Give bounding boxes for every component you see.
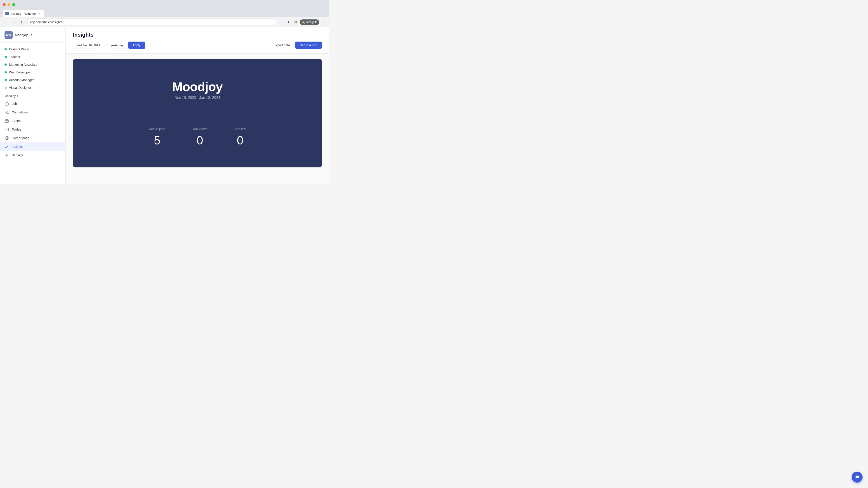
stats-row: Active jobs 5 Job views 0 Applied 0 — [82, 127, 313, 147]
reload-icon: ↻ — [21, 20, 24, 24]
job-label: Marketing Associate — [9, 63, 37, 66]
incognito-label: Incognito — [306, 21, 317, 24]
browser-chrome: I Insights - Homerun × + ← → ↻ app.homer… — [0, 0, 329, 27]
sidebar-item-settings[interactable]: Settings — [0, 151, 65, 160]
reload-btn[interactable]: ↻ — [19, 19, 25, 25]
toolbar: Wed Dec 20, 2023 - yesterday Apply Expor… — [73, 41, 322, 49]
svg-point-2 — [7, 111, 8, 112]
window-controls — [3, 3, 15, 6]
section-chevron-icon: ▾ — [17, 94, 19, 98]
stat-label-job-views: Job views — [192, 127, 207, 131]
sidebar-item-candidates[interactable]: Candidates — [0, 108, 65, 117]
svg-rect-4 — [5, 128, 8, 131]
job-item-web-developer[interactable]: Web Developer — [0, 68, 65, 76]
svg-rect-0 — [5, 103, 8, 105]
new-tab-btn[interactable]: + — [45, 11, 51, 17]
report-card: Moodjoy Dec 19, 2023 - Jan 18, 2024 Acti… — [73, 59, 322, 167]
url-bar[interactable]: app.homerun.co/insights — [27, 19, 276, 26]
split-btn[interactable]: ⊡ — [292, 19, 299, 25]
job-dot-active — [4, 71, 7, 73]
people-icon — [4, 110, 9, 115]
svg-point-6 — [6, 155, 7, 156]
action-buttons: Export data Share report — [271, 41, 322, 49]
stat-applied: Applied 0 — [235, 127, 246, 147]
globe-icon — [4, 136, 9, 140]
avatar: MM — [4, 31, 13, 39]
close-window-btn[interactable] — [3, 3, 6, 6]
tab-favicon-icon: I — [5, 12, 9, 15]
sidebar-header[interactable]: MM Moodjoy ▾ — [0, 27, 65, 43]
job-label: Content Writer — [9, 47, 29, 51]
gear-icon — [4, 153, 9, 158]
nav-item-label: Events — [12, 119, 22, 123]
stat-value-job-views: 0 — [192, 133, 207, 147]
chart-icon — [4, 144, 9, 149]
sidebar-item-insights[interactable]: Insights — [0, 142, 65, 151]
nav-item-label: To-dos — [12, 128, 21, 131]
report-section: Moodjoy Dec 19, 2023 - Jan 18, 2024 Acti… — [66, 54, 329, 173]
apply-button[interactable]: Apply — [128, 41, 145, 49]
page-title: Insights — [73, 32, 322, 38]
address-bar: ← → ↻ app.homerun.co/insights ☆ ⬇ ⊡ 🕵 In… — [0, 17, 329, 27]
job-label: Account Manager — [9, 78, 34, 82]
date-from-value: Wed Dec 20, 2023 — [76, 43, 100, 47]
job-item-teacher[interactable]: Teacher — [0, 53, 65, 61]
sidebar-item-career-page[interactable]: Career page — [0, 134, 65, 142]
report-date-range: Dec 19, 2023 - Jan 18, 2024 — [175, 96, 220, 100]
job-item-account-manager[interactable]: Account Manager — [0, 76, 65, 84]
nav-item-label: Jobs — [12, 102, 19, 105]
tab-close-btn[interactable]: × — [37, 12, 41, 15]
org-name: Moodjoy — [15, 33, 28, 37]
stat-value-active-jobs: 5 — [149, 133, 165, 147]
sidebar: MM Moodjoy ▾ Content Writer Teacher Mark… — [0, 27, 66, 184]
star-icon: ☆ — [280, 20, 283, 24]
main-header: Insights Wed Dec 20, 2023 - yesterday Ap… — [66, 27, 329, 54]
section-label: Moodjoy — [4, 94, 16, 98]
maximize-window-btn[interactable] — [12, 3, 15, 6]
stat-label-applied: Applied — [235, 127, 246, 131]
bookmark-btn[interactable]: ☆ — [278, 19, 284, 25]
stat-value-applied: 0 — [235, 133, 246, 147]
address-icons: ☆ ⬇ ⊡ 🕵 Incognito ⋮ — [278, 19, 327, 25]
back-btn[interactable]: ← — [3, 19, 9, 25]
nav-item-label: Candidates — [12, 110, 28, 114]
split-icon: ⊡ — [294, 20, 297, 24]
download-btn[interactable]: ⬇ — [285, 19, 291, 25]
job-item-marketing-associate[interactable]: Marketing Associate — [0, 61, 65, 68]
svg-rect-3 — [5, 120, 8, 123]
back-icon: ← — [4, 20, 7, 24]
sidebar-item-events[interactable]: Events — [0, 117, 65, 125]
main-content: Insights Wed Dec 20, 2023 - yesterday Ap… — [66, 27, 329, 184]
nav-item-label: Insights — [12, 145, 23, 149]
job-label: Visual Designer — [9, 86, 31, 90]
active-tab[interactable]: I Insights - Homerun × — [3, 10, 44, 17]
nav-item-label: Career page — [12, 136, 29, 140]
forward-icon: → — [12, 20, 16, 24]
date-to-input[interactable]: yesterday — [107, 42, 126, 49]
nav-item-label: Settings — [12, 153, 23, 157]
share-report-button[interactable]: Share report — [295, 41, 322, 49]
sidebar-item-jobs[interactable]: Jobs — [0, 99, 65, 108]
menu-btn[interactable]: ⋮ — [320, 19, 327, 25]
sidebar-scroll: Content Writer Teacher Marketing Associa… — [0, 43, 65, 184]
menu-icon: ⋮ — [322, 20, 325, 24]
job-dot-active — [4, 48, 7, 51]
date-from-input[interactable]: Wed Dec 20, 2023 — [73, 42, 103, 49]
minimize-window-btn[interactable] — [7, 3, 10, 6]
job-item-visual-designer[interactable]: Visual Designer — [0, 84, 65, 92]
sidebar-item-todos[interactable]: To-dos — [0, 125, 65, 134]
stat-job-views: Job views 0 — [192, 127, 207, 147]
nav-items: Jobs Candidates — [0, 98, 65, 160]
date-controls: Wed Dec 20, 2023 - yesterday Apply — [73, 41, 145, 49]
checklist-icon — [4, 127, 9, 132]
forward-btn[interactable]: → — [11, 19, 17, 25]
incognito-badge: 🕵 Incognito — [300, 20, 319, 25]
stat-active-jobs: Active jobs 5 — [149, 127, 165, 147]
app-container: MM Moodjoy ▾ Content Writer Teacher Mark… — [0, 27, 329, 184]
job-dot-active — [4, 56, 7, 58]
job-item-content-writer[interactable]: Content Writer — [0, 45, 65, 53]
tab-bar: I Insights - Homerun × + — [0, 9, 329, 17]
export-button[interactable]: Export data — [271, 41, 293, 49]
job-dot-inactive — [4, 87, 7, 89]
date-separator: - — [105, 43, 106, 47]
